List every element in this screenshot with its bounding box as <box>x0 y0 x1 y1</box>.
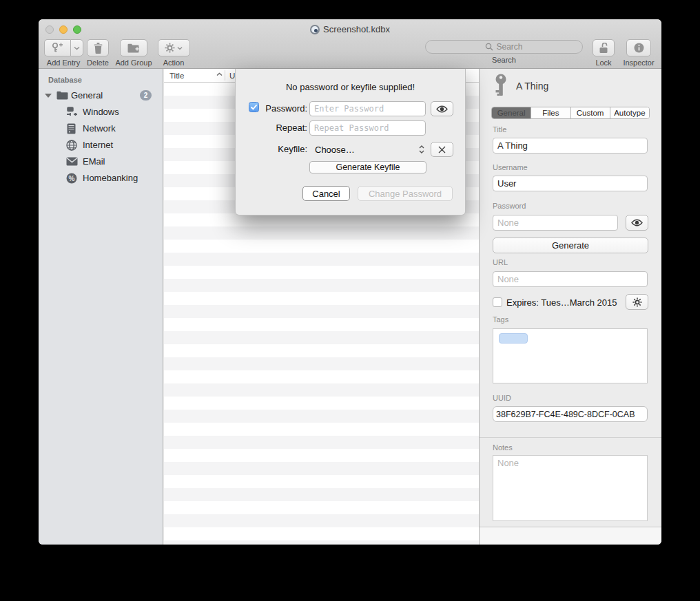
username-field[interactable] <box>493 176 648 191</box>
toolbar-item-delete: Delete <box>83 39 113 67</box>
sidebar-header: Database <box>48 76 82 84</box>
app-window: Screenshot.kdbx <box>39 19 661 545</box>
password-field[interactable] <box>493 215 618 231</box>
add-group-label: Add Group <box>115 59 152 67</box>
window-title: Screenshot.kdbx <box>323 24 390 34</box>
show-password-button[interactable] <box>626 215 648 231</box>
title-field-label: Title <box>493 125 506 134</box>
delete-label: Delete <box>87 59 109 67</box>
toolbar-item-lock: Lock <box>592 39 615 67</box>
title-field[interactable] <box>493 138 648 154</box>
delete-button[interactable] <box>87 39 109 56</box>
uuid-field-label: UUID <box>493 394 511 402</box>
desktop-background: Screenshot.kdbx <box>0 0 700 601</box>
search-label: Search <box>425 56 583 64</box>
lock-button[interactable] <box>593 39 615 56</box>
clear-keyfile-button[interactable] <box>431 142 453 157</box>
window-chrome: Screenshot.kdbx <box>39 19 661 69</box>
change-password-button[interactable]: Change Password <box>358 186 453 201</box>
username-field-label: Username <box>493 163 528 171</box>
close-x-icon <box>438 146 446 154</box>
globe-icon <box>66 140 77 151</box>
add-group-button[interactable] <box>120 39 147 56</box>
unlock-icon <box>599 43 608 54</box>
inspector-panel: A Thing General Files Custom Autotype Ti… <box>479 69 661 545</box>
sidebar-item-homebanking[interactable]: % Homebanking <box>39 171 163 185</box>
document-icon <box>310 25 320 34</box>
inspector-tabs: General Files Custom Autotype <box>491 107 650 119</box>
generate-keyfile-button[interactable]: Generate Keyfile <box>309 161 426 173</box>
tab-custom[interactable]: Custom <box>571 107 610 118</box>
tab-autotype[interactable]: Autotype <box>610 107 649 118</box>
gear-icon <box>165 43 175 53</box>
sidebar-item-label: General <box>71 90 103 101</box>
toolbar-item-add-group: Add Group <box>113 39 154 67</box>
tags-box[interactable] <box>493 328 648 383</box>
expires-checkbox[interactable] <box>493 297 502 307</box>
sidebar-item-general[interactable]: General 2 <box>39 88 163 103</box>
change-password-dialog: No password or keyfile supplied! Passwor… <box>235 69 466 215</box>
password-field-label: Password <box>493 202 526 210</box>
generate-password-button[interactable]: Generate <box>493 238 648 253</box>
titlebar: Screenshot.kdbx <box>39 24 661 34</box>
info-icon <box>634 43 644 53</box>
sidebar-item-network[interactable]: Network <box>39 121 163 136</box>
notes-field-label: Notes <box>493 443 513 452</box>
toolbar-item-add-entry: Add Entry <box>43 39 83 67</box>
dialog-repeat-input[interactable] <box>309 120 426 136</box>
uuid-field[interactable] <box>493 406 648 422</box>
svg-text:%: % <box>69 174 75 182</box>
sidebar-item-label: Homebanking <box>83 173 138 183</box>
cancel-button[interactable]: Cancel <box>302 186 350 201</box>
sidebar-item-label: Internet <box>83 140 113 150</box>
sidebar-item-email[interactable]: EMail <box>39 154 163 169</box>
trash-icon <box>94 43 103 54</box>
sidebar: Database General 2 <box>39 69 163 545</box>
search-icon <box>485 43 493 51</box>
expires-row: Expires: Tues…March 2015 <box>493 295 617 310</box>
expires-label: Expires: Tues…March 2015 <box>506 297 617 308</box>
action-button[interactable] <box>158 39 190 56</box>
inspector-footer <box>480 527 661 545</box>
tab-files[interactable]: Files <box>531 107 570 118</box>
column-divider[interactable] <box>225 70 225 81</box>
chevron-down-icon <box>74 46 80 50</box>
key-icon <box>493 74 509 98</box>
toolbar-item-inspector: Inspector <box>620 39 657 67</box>
search-input[interactable]: Search <box>425 40 583 54</box>
column-header-title[interactable]: Title <box>169 72 184 80</box>
chevron-down-icon <box>177 46 183 50</box>
stepper-icon <box>418 145 425 154</box>
inspector-label: Inspector <box>623 59 654 67</box>
disclosure-triangle-icon[interactable] <box>45 94 52 98</box>
add-entry-dropdown-button[interactable] <box>70 39 83 56</box>
server-icon <box>67 123 76 134</box>
dialog-message: No password or keyfile supplied! <box>236 82 465 92</box>
inspector-button[interactable] <box>626 39 651 56</box>
add-entry-button[interactable] <box>44 39 70 56</box>
notes-field[interactable] <box>493 455 648 521</box>
folder-plus-icon <box>127 43 140 53</box>
eye-icon <box>436 105 448 113</box>
url-field[interactable] <box>493 271 648 287</box>
expires-settings-button[interactable] <box>626 294 648 310</box>
keyfile-popup[interactable]: Choose… <box>309 142 426 157</box>
entry-title: A Thing <box>516 81 548 92</box>
section-divider <box>480 437 661 438</box>
folder-icon <box>56 91 68 100</box>
keyfile-popup-value: Choose… <box>315 145 418 155</box>
dialog-show-password-button[interactable] <box>431 101 453 116</box>
dialog-keyfile-label: Keyfile: <box>238 144 307 154</box>
sidebar-item-label: Windows <box>83 107 119 117</box>
toolbar-item-action: Action <box>157 39 190 67</box>
dialog-repeat-label: Repeat: <box>238 123 307 133</box>
dialog-password-input[interactable] <box>309 101 426 116</box>
tag-token[interactable] <box>499 333 528 344</box>
envelope-icon <box>66 157 78 166</box>
gear-icon <box>632 297 642 307</box>
sidebar-item-label: Network <box>83 123 116 134</box>
key-plus-icon <box>51 42 63 54</box>
tab-general[interactable]: General <box>492 107 531 118</box>
sidebar-item-windows[interactable]: Windows <box>39 105 163 119</box>
sidebar-item-internet[interactable]: Internet <box>39 138 163 152</box>
